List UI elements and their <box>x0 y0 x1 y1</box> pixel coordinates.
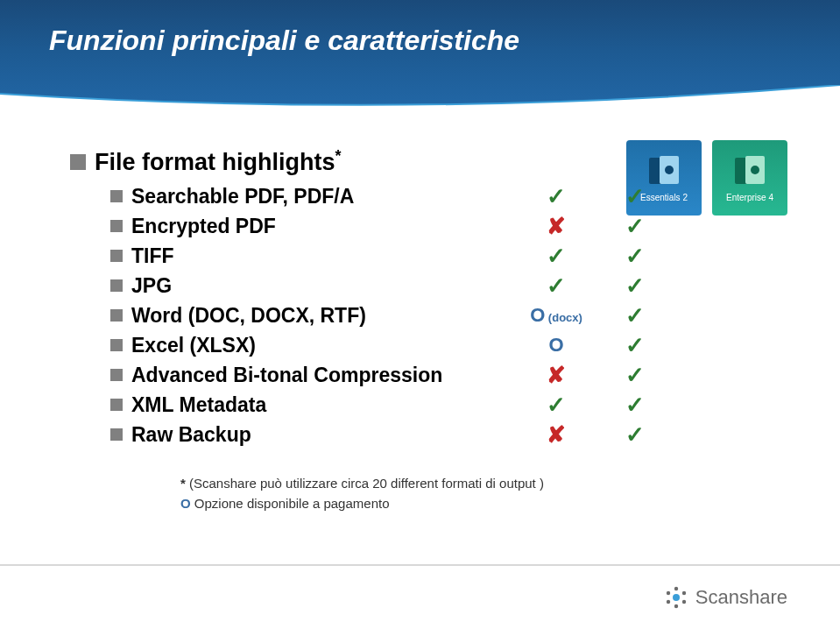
svg-point-8 <box>682 591 686 595</box>
cross-icon: ✘ <box>547 421 566 448</box>
bullet-icon <box>110 220 123 232</box>
feature-label: Searchable PDF, PDF/A <box>131 185 517 208</box>
feature-row: Encrypted PDF✘✓ <box>110 211 788 241</box>
feature-label: Excel (XLSX) <box>131 334 517 357</box>
section-heading: File format highlights* <box>95 147 342 176</box>
option-mark: O <box>548 334 563 356</box>
svg-point-10 <box>674 604 678 608</box>
col-essentials: ✓ <box>517 183 596 210</box>
col-enterprise: ✓ <box>596 421 674 449</box>
check-icon: ✓ <box>547 243 566 269</box>
feature-list: Searchable PDF, PDF/A✓✓Encrypted PDF✘✓TI… <box>110 181 788 449</box>
feature-label: XML Metadata <box>131 393 517 417</box>
footnote-o: O <box>180 496 191 511</box>
check-icon: ✓ <box>547 392 566 418</box>
col-enterprise: ✓ <box>596 183 674 210</box>
col-enterprise: ✓ <box>596 332 674 359</box>
check-icon: ✓ <box>625 362 645 388</box>
bullet-icon <box>110 339 123 351</box>
check-icon: ✓ <box>625 392 645 418</box>
option-mark: O <box>530 304 545 326</box>
footnotes: * (Scanshare può utilizzare circa 20 dif… <box>180 474 788 513</box>
check-icon: ✓ <box>625 302 645 329</box>
check-icon: ✓ <box>625 332 645 358</box>
col-essentials: ✓ <box>517 272 596 300</box>
bullet-icon <box>110 190 123 202</box>
col-essentials: ✘ <box>517 421 596 449</box>
svg-point-6 <box>673 594 680 601</box>
footer-divider <box>0 564 840 566</box>
feature-row: TIFF✓✓ <box>110 241 788 271</box>
svg-point-9 <box>682 600 686 604</box>
bullet-icon <box>110 309 123 322</box>
col-enterprise: ✓ <box>596 243 674 270</box>
header-curve <box>0 85 840 115</box>
check-icon: ✓ <box>547 272 566 299</box>
col-enterprise: ✓ <box>596 362 674 389</box>
col-essentials: ✓ <box>517 392 596 419</box>
scanshare-logo-icon <box>664 585 688 610</box>
cross-icon: ✘ <box>547 213 566 239</box>
slide-title: Funzioni principali e caratteristiche <box>49 25 519 57</box>
col-essentials: O <box>517 334 596 357</box>
bullet-icon <box>110 369 123 381</box>
col-essentials: ✓ <box>517 243 596 270</box>
col-enterprise: ✓ <box>596 213 674 240</box>
bullet-icon <box>110 428 123 441</box>
svg-point-12 <box>667 591 670 595</box>
header-band: Funzioni principali e caratteristiche <box>0 0 840 114</box>
footnote-line-2: O Opzione disponibile a pagamento <box>180 494 788 514</box>
bullet-icon <box>70 154 86 170</box>
svg-point-11 <box>667 600 670 604</box>
feature-label: Word (DOC, DOCX, RTF) <box>131 304 517 328</box>
feature-row: Searchable PDF, PDF/A✓✓ <box>110 181 788 211</box>
col-essentials: ✘ <box>517 213 596 240</box>
heading-sup: * <box>335 147 342 165</box>
check-icon: ✓ <box>625 213 645 239</box>
content-area: File format highlights* Searchable PDF, … <box>70 147 788 513</box>
footnote-2-text: Opzione disponibile a pagamento <box>191 496 390 511</box>
bullet-icon <box>110 279 123 292</box>
col-essentials: O (docx) <box>517 304 596 327</box>
check-icon: ✓ <box>625 272 645 299</box>
col-enterprise: ✓ <box>596 302 674 329</box>
col-enterprise: ✓ <box>596 272 674 300</box>
feature-label: Raw Backup <box>131 423 517 447</box>
check-icon: ✓ <box>625 243 645 269</box>
footnote-line-1: * (Scanshare può utilizzare circa 20 dif… <box>180 474 788 494</box>
slide: Funzioni principali e caratteristiche Es… <box>0 0 840 629</box>
svg-point-7 <box>674 587 678 590</box>
check-icon: ✓ <box>547 183 566 209</box>
feature-row: Raw Backup✘✓ <box>110 420 788 449</box>
feature-label: TIFF <box>131 244 517 268</box>
option-extra: (docx) <box>545 311 582 324</box>
footnote-1-text: (Scanshare può utilizzare circa 20 diffe… <box>186 476 544 491</box>
check-icon: ✓ <box>625 421 645 448</box>
col-essentials: ✘ <box>517 362 596 389</box>
bullet-icon <box>110 399 123 411</box>
heading-text: File format highlights <box>95 149 335 175</box>
feature-label: JPG <box>131 274 517 298</box>
feature-label: Advanced Bi-tonal Compression <box>131 364 517 387</box>
feature-row: Word (DOC, DOCX, RTF)O (docx)✓ <box>110 300 788 330</box>
feature-row: Advanced Bi-tonal Compression✘✓ <box>110 360 788 390</box>
cross-icon: ✘ <box>547 362 566 388</box>
footer-logo: Scanshare <box>664 585 787 610</box>
feature-label: Encrypted PDF <box>131 215 517 238</box>
feature-row: JPG✓✓ <box>110 271 788 300</box>
check-icon: ✓ <box>625 183 645 209</box>
footer-brand-text: Scanshare <box>695 586 787 609</box>
bullet-icon <box>110 250 123 262</box>
feature-row: Excel (XLSX)O✓ <box>110 330 788 360</box>
col-enterprise: ✓ <box>596 392 674 419</box>
feature-row: XML Metadata✓✓ <box>110 390 788 420</box>
heading-row: File format highlights* <box>70 147 788 176</box>
